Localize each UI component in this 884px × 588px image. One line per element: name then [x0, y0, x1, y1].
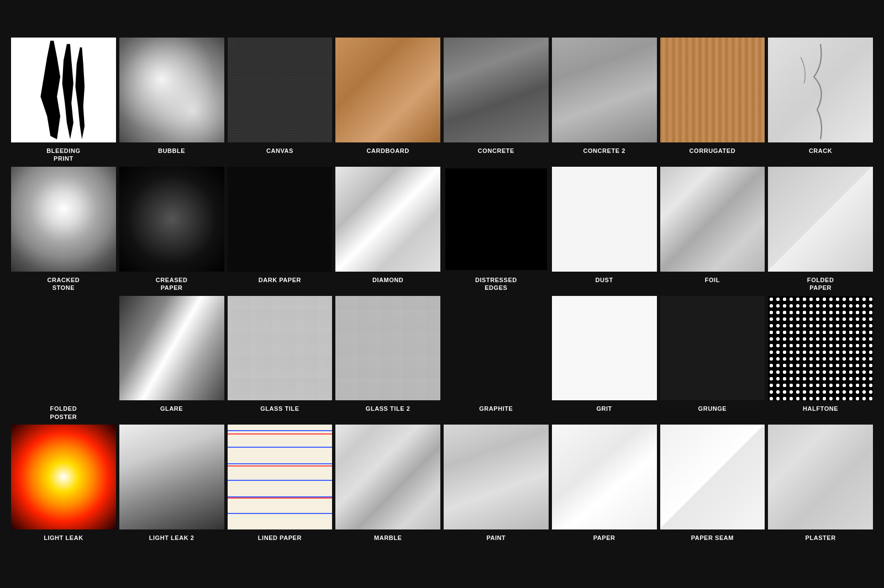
texture-item-paper-seam[interactable]: PAPER SEAM [660, 425, 765, 550]
texture-thumb-plaster [768, 425, 873, 529]
texture-thumb-marble [335, 425, 440, 529]
texture-thumb-dust [552, 167, 657, 272]
texture-label-canvas: CANVAS [266, 147, 293, 163]
texture-item-bubble[interactable]: BUBBLE [119, 38, 224, 163]
texture-item-concrete2[interactable]: CONCRETE 2 [552, 38, 657, 163]
texture-item-folded-poster[interactable]: FOLDED POSTER [11, 296, 116, 422]
texture-thumb-grunge [660, 296, 765, 401]
texture-item-canvas[interactable]: CANVAS [228, 38, 333, 163]
texture-item-cracked-stone[interactable]: CRACKED STONE [11, 167, 116, 293]
texture-item-concrete[interactable]: CONCRETE [444, 38, 549, 163]
texture-item-lined-paper[interactable]: LINED PAPER [228, 425, 333, 550]
texture-label-graphite: GRAPHITE [479, 405, 513, 421]
texture-item-folded-paper[interactable]: FOLDED PAPER [768, 167, 873, 293]
texture-thumb-paper-seam [660, 425, 765, 529]
texture-item-paper[interactable]: PAPER [552, 425, 657, 550]
texture-label-foil: FOIL [705, 276, 720, 293]
texture-thumb-distressed-edges [444, 167, 549, 272]
texture-label-marble: MARBLE [374, 534, 402, 550]
texture-item-paint[interactable]: PAINT [444, 425, 549, 550]
texture-label-diamond: DIAMOND [372, 276, 403, 293]
texture-label-dark-paper: DARK PAPER [259, 276, 301, 293]
texture-item-glass-tile[interactable]: GLASS TILE [228, 296, 333, 422]
texture-item-glass-tile2[interactable]: GLASS TILE 2 [335, 296, 440, 422]
texture-item-corrugated[interactable]: CORRUGATED [660, 38, 765, 163]
texture-item-cardboard[interactable]: CARDBOARD [335, 38, 440, 163]
texture-item-halftone[interactable]: HALFTONE [768, 296, 873, 422]
texture-label-concrete: CONCRETE [478, 147, 514, 163]
texture-label-folded-paper: FOLDED PAPER [807, 276, 834, 293]
texture-thumb-crack [768, 38, 873, 142]
texture-thumb-paint [444, 425, 549, 529]
texture-thumb-concrete2 [552, 38, 657, 142]
texture-thumb-grit [552, 296, 657, 401]
texture-thumb-folded-paper [768, 167, 873, 272]
texture-item-dust[interactable]: DUST [552, 167, 657, 293]
texture-item-marble[interactable]: MARBLE [335, 425, 440, 550]
texture-label-crack: CRACK [809, 147, 832, 163]
texture-item-bleeding-print[interactable]: BLEEDING PRINT [11, 38, 116, 163]
texture-label-glass-tile: GLASS TILE [260, 405, 299, 421]
texture-label-glass-tile2: GLASS TILE 2 [366, 405, 411, 421]
texture-thumb-light-leak2 [119, 425, 224, 529]
texture-thumb-bubble [119, 38, 224, 142]
texture-thumb-glass-tile2 [335, 296, 440, 401]
texture-label-paper: PAPER [593, 534, 615, 550]
texture-thumb-cracked-stone [11, 167, 116, 272]
texture-item-distressed-edges[interactable]: DISTRESSED EDGES [444, 167, 549, 293]
texture-label-dust: DUST [596, 276, 613, 293]
texture-label-grit: GRIT [596, 405, 612, 421]
texture-item-grit[interactable]: GRIT [552, 296, 657, 422]
texture-thumb-dark-paper [228, 167, 333, 272]
texture-thumb-bleeding-print [11, 38, 116, 142]
texture-item-plaster[interactable]: PLASTER [768, 425, 873, 550]
texture-label-corrugated: CORRUGATED [690, 147, 736, 163]
texture-thumb-graphite [444, 296, 549, 401]
texture-label-cracked-stone: CRACKED STONE [47, 276, 80, 293]
texture-thumb-paper [552, 425, 657, 529]
texture-thumb-foil [660, 167, 765, 272]
texture-label-concrete2: CONCRETE 2 [583, 147, 625, 163]
texture-label-bubble: BUBBLE [158, 147, 185, 163]
texture-label-paper-seam: PAPER SEAM [691, 534, 734, 550]
texture-item-grunge[interactable]: GRUNGE [660, 296, 765, 422]
texture-thumb-concrete [444, 38, 549, 142]
texture-item-creased-paper[interactable]: CREASED PAPER [119, 167, 224, 293]
texture-label-cardboard: CARDBOARD [367, 147, 409, 163]
texture-thumb-halftone [768, 296, 873, 401]
texture-thumb-diamond [335, 167, 440, 272]
texture-item-light-leak2[interactable]: LIGHT LEAK 2 [119, 425, 224, 550]
texture-label-halftone: HALFTONE [803, 405, 838, 421]
texture-item-glare[interactable]: GLARE [119, 296, 224, 422]
texture-item-foil[interactable]: FOIL [660, 167, 765, 293]
texture-item-dark-paper[interactable]: DARK PAPER [228, 167, 333, 293]
texture-label-bleeding-print: BLEEDING PRINT [46, 147, 80, 163]
texture-item-crack[interactable]: CRACK [768, 38, 873, 163]
texture-thumb-creased-paper [119, 167, 224, 272]
texture-item-light-leak[interactable]: LIGHT LEAK [11, 425, 116, 550]
texture-label-folded-poster: FOLDED POSTER [50, 405, 77, 421]
texture-thumb-glare [119, 296, 224, 401]
texture-thumb-corrugated [660, 38, 765, 142]
texture-label-grunge: GRUNGE [698, 405, 727, 421]
texture-grid: BLEEDING PRINTBUBBLECANVASCARDBOARDCONCR… [11, 38, 873, 550]
texture-thumb-glass-tile [228, 296, 333, 401]
texture-thumb-light-leak [11, 425, 116, 529]
texture-thumb-canvas [228, 38, 333, 142]
texture-item-diamond[interactable]: DIAMOND [335, 167, 440, 293]
texture-label-paint: PAINT [486, 534, 506, 550]
texture-thumb-cardboard [335, 38, 440, 142]
texture-thumb-folded-poster [11, 296, 116, 401]
texture-label-distressed-edges: DISTRESSED EDGES [475, 276, 517, 293]
texture-label-light-leak2: LIGHT LEAK 2 [149, 534, 194, 550]
texture-item-graphite[interactable]: GRAPHITE [444, 296, 549, 422]
texture-label-creased-paper: CREASED PAPER [156, 276, 188, 293]
texture-thumb-lined-paper [228, 425, 333, 529]
texture-label-lined-paper: LINED PAPER [258, 534, 302, 550]
texture-label-plaster: PLASTER [806, 534, 836, 550]
texture-label-light-leak: LIGHT LEAK [44, 534, 83, 550]
texture-label-glare: GLARE [160, 405, 183, 421]
